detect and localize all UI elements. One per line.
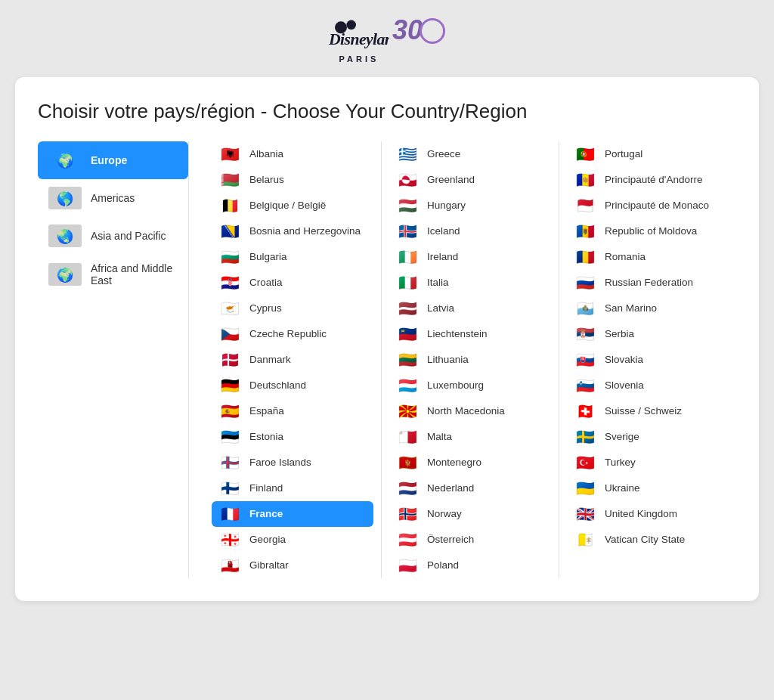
- country-name: Republic of Moldova: [605, 225, 697, 238]
- country-item[interactable]: 🇳🇴Norway: [389, 501, 551, 527]
- country-item[interactable]: 🇸🇰Slovakia: [567, 347, 729, 373]
- country-column-0: 🇦🇱Albania🇧🇾Belarus🇧🇪Belgique / België🇧🇦B…: [204, 141, 382, 578]
- country-item[interactable]: 🇦🇹Österreich: [389, 527, 551, 553]
- country-item[interactable]: 🇫🇴Faroe Islands: [212, 450, 373, 475]
- country-item[interactable]: 🇧🇬Bulgaria: [212, 244, 373, 270]
- country-name: Vatican City State: [605, 533, 685, 547]
- country-item[interactable]: 🇸🇲San Marino: [567, 296, 729, 321]
- country-flag: 🇩🇪: [218, 377, 242, 394]
- country-name: Greece: [427, 147, 460, 161]
- country-flag: 🇷🇸: [573, 326, 597, 342]
- sidebar-item-americas[interactable]: 🌎 Americas: [38, 179, 188, 217]
- country-flag: 🇨🇿: [218, 326, 242, 342]
- sidebar-item-africa[interactable]: 🌍 Africa and Middle East: [38, 255, 188, 294]
- country-item[interactable]: 🇸🇪Sverige: [567, 424, 729, 450]
- country-item[interactable]: 🇬🇷Greece: [389, 141, 551, 167]
- country-name: Romania: [605, 250, 646, 264]
- country-item[interactable]: 🇦🇩Principauté d'Andorre: [567, 167, 729, 193]
- svg-text:🌏: 🌏: [57, 228, 74, 245]
- country-flag: 🇲🇨: [573, 197, 597, 214]
- country-flag: 🇪🇪: [218, 429, 242, 445]
- country-item[interactable]: 🇲🇨Principauté de Monaco: [567, 193, 729, 218]
- country-item[interactable]: 🇦🇱Albania: [212, 141, 373, 167]
- country-item[interactable]: 🇸🇮Slovenia: [567, 373, 729, 398]
- country-item[interactable]: 🇱🇻Latvia: [389, 296, 551, 321]
- country-name: Lithuania: [427, 353, 469, 367]
- country-name: Principauté d'Andorre: [605, 173, 702, 187]
- country-name: Estonia: [249, 430, 283, 444]
- country-item[interactable]: 🇬🇮Gibraltar: [212, 553, 373, 578]
- country-flag: 🇫🇴: [218, 454, 242, 471]
- sidebar-item-europe[interactable]: 🌍 Europe: [38, 141, 188, 179]
- country-flag: 🇲🇹: [395, 429, 420, 445]
- country-name: Finland: [249, 482, 283, 495]
- country-item[interactable]: 🇻🇦Vatican City State: [567, 527, 729, 553]
- country-item[interactable]: 🇭🇷Croatia: [212, 270, 373, 296]
- country-name: Portugal: [605, 147, 642, 161]
- country-item[interactable]: 🇱🇹Lithuania: [389, 347, 551, 373]
- country-flag: 🇻🇦: [573, 531, 597, 548]
- country-flag: 🇬🇷: [395, 146, 420, 163]
- country-item[interactable]: 🇪🇪Estonia: [212, 424, 373, 450]
- country-item[interactable]: 🇨🇿Czeche Republic: [212, 321, 373, 347]
- country-item[interactable]: 🇷🇺Russian Federation: [567, 270, 729, 296]
- country-name: Nederland: [427, 482, 474, 495]
- country-flag: 🇸🇲: [573, 300, 597, 317]
- country-flag: 🇷🇺: [573, 274, 597, 291]
- country-flag: 🇱🇮: [395, 326, 420, 342]
- country-item[interactable]: 🇫🇮Finland: [212, 475, 373, 501]
- country-item[interactable]: 🇭🇺Hungary: [389, 193, 551, 218]
- country-item[interactable]: 🇧🇪Belgique / België: [212, 193, 373, 218]
- svg-text:Disneyland: Disneyland: [329, 30, 389, 48]
- country-flag: 🇨🇾: [218, 300, 242, 317]
- country-item[interactable]: 🇵🇹Portugal: [567, 141, 729, 167]
- country-name: Deutschland: [249, 379, 306, 392]
- country-item[interactable]: 🇲🇪Montenegro: [389, 450, 551, 475]
- country-item[interactable]: 🇲🇹Malta: [389, 424, 551, 450]
- country-name: Russian Federation: [605, 276, 693, 290]
- country-item[interactable]: 🇩🇰Danmark: [212, 347, 373, 373]
- country-item[interactable]: 🇲🇰North Macedonia: [389, 398, 551, 424]
- country-flag: 🇬🇪: [218, 531, 242, 548]
- country-flag: 🇬🇮: [218, 557, 242, 574]
- country-item[interactable]: 🇺🇦Ukraine: [567, 475, 729, 501]
- country-item[interactable]: 🇪🇸España: [212, 398, 373, 424]
- country-item[interactable]: 🇳🇱Nederland: [389, 475, 551, 501]
- country-item[interactable]: 🇵🇱Poland: [389, 553, 551, 578]
- country-name: Belgique / België: [249, 199, 326, 212]
- country-item[interactable]: 🇹🇷Turkey: [567, 450, 729, 475]
- country-item[interactable]: 🇱🇺Luxembourg: [389, 373, 551, 398]
- sidebar-europe-label: Europe: [91, 154, 127, 166]
- country-item[interactable]: 🇮🇸Iceland: [389, 218, 551, 244]
- country-name: Czeche Republic: [249, 327, 327, 341]
- country-flag: 🇦🇱: [218, 146, 242, 163]
- country-item[interactable]: 🇩🇪Deutschland: [212, 373, 373, 398]
- country-item[interactable]: 🇮🇪Ireland: [389, 244, 551, 270]
- country-name: Principauté de Monaco: [605, 199, 709, 212]
- country-item[interactable]: 🇧🇦Bosnia and Herzegovina: [212, 218, 373, 244]
- country-item[interactable]: 🇮🇹Italia: [389, 270, 551, 296]
- country-item[interactable]: 🇷🇴Romania: [567, 244, 729, 270]
- country-item[interactable]: 🇧🇾Belarus: [212, 167, 373, 193]
- country-name: Serbia: [605, 327, 634, 341]
- country-flag: 🇦🇩: [573, 172, 597, 188]
- countries-area: 🇦🇱Albania🇧🇾Belarus🇧🇪Belgique / België🇧🇦B…: [189, 141, 736, 578]
- country-item[interactable]: 🇬🇪Georgia: [212, 527, 373, 553]
- country-flag: 🇲🇰: [395, 403, 420, 420]
- country-item[interactable]: 🇨🇾Cyprus: [212, 296, 373, 321]
- country-item[interactable]: 🇬🇧United Kingdom: [567, 501, 729, 527]
- country-item[interactable]: 🇫🇷France: [212, 501, 373, 527]
- country-item[interactable]: 🇬🇱Greenland: [389, 167, 551, 193]
- sidebar-item-asia[interactable]: 🌏 Asia and Pacific: [38, 217, 188, 255]
- country-name: Sverige: [605, 430, 639, 444]
- country-item[interactable]: 🇲🇩Republic of Moldova: [567, 218, 729, 244]
- country-item[interactable]: 🇷🇸Serbia: [567, 321, 729, 347]
- svg-text:🌍: 🌍: [57, 153, 74, 169]
- europe-map-icon: 🌍: [48, 149, 82, 172]
- country-name: Croatia: [249, 276, 283, 290]
- country-item[interactable]: 🇱🇮Liechtenstein: [389, 321, 551, 347]
- country-item[interactable]: 🇨🇭Suisse / Schweiz: [567, 398, 729, 424]
- country-flag: 🇵🇹: [573, 146, 597, 163]
- country-flag: 🇱🇻: [395, 300, 420, 317]
- sidebar-africa-label: Africa and Middle East: [91, 262, 178, 287]
